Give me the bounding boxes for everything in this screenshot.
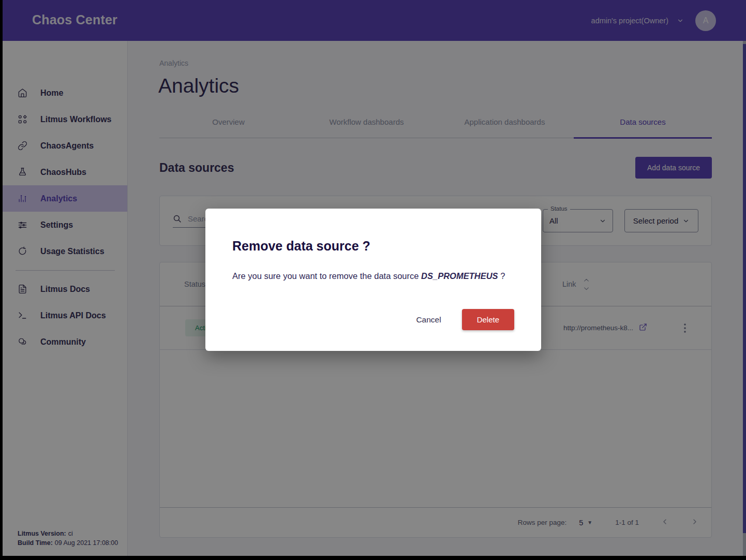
- data-source-name: DS_PROMETHEUS: [421, 271, 498, 281]
- modal-message-prefix: Are you sure you want to remove the data…: [232, 271, 421, 281]
- modal-title: Remove data source ?: [232, 239, 514, 254]
- remove-data-source-modal: Remove data source ? Are you sure you wa…: [205, 209, 541, 351]
- modal-message-suffix: ?: [498, 271, 505, 281]
- cancel-button[interactable]: Cancel: [409, 310, 448, 330]
- modal-message: Are you sure you want to remove the data…: [232, 271, 514, 281]
- delete-button[interactable]: Delete: [462, 309, 514, 330]
